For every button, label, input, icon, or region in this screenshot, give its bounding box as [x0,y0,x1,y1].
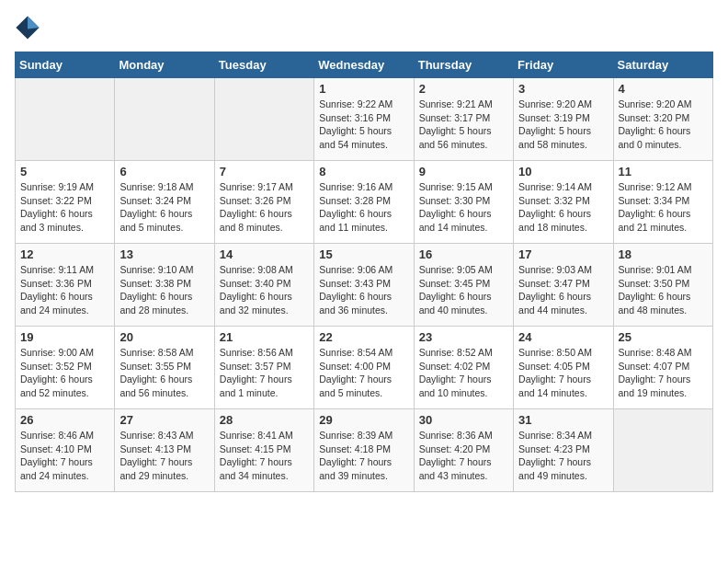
day-number: 23 [419,330,508,344]
day-info: Sunrise: 9:14 AM Sunset: 3:32 PM Dayligh… [518,180,608,235]
day-number: 20 [119,330,209,344]
logo-icon [15,15,40,40]
day-number: 2 [419,82,508,96]
day-cell [214,78,313,161]
day-info: Sunrise: 8:34 AM Sunset: 4:23 PM Dayligh… [518,429,608,483]
day-number: 25 [619,330,708,344]
day-info: Sunrise: 9:06 AM Sunset: 3:43 PM Dayligh… [319,263,408,317]
day-cell: 15Sunrise: 9:06 AM Sunset: 3:43 PM Dayli… [314,244,414,327]
day-number: 28 [220,413,309,427]
day-number: 15 [319,247,408,261]
day-cell: 13Sunrise: 9:10 AM Sunset: 3:38 PM Dayli… [115,244,214,327]
day-cell: 14Sunrise: 9:08 AM Sunset: 3:40 PM Dayli… [214,244,313,327]
day-cell: 22Sunrise: 8:54 AM Sunset: 4:00 PM Dayli… [314,327,414,409]
svg-marker-1 [28,16,40,29]
day-number: 6 [119,165,209,178]
day-cell: 9Sunrise: 9:15 AM Sunset: 3:30 PM Daylig… [414,161,513,244]
day-number: 8 [319,165,408,178]
calendar-table: SundayMondayTuesdayWednesdayThursdayFrid… [15,52,713,492]
day-number: 12 [20,247,109,261]
day-cell: 16Sunrise: 9:05 AM Sunset: 3:45 PM Dayli… [414,244,513,327]
day-cell: 19Sunrise: 9:00 AM Sunset: 3:52 PM Dayli… [16,327,115,409]
page-header [15,15,713,40]
week-row-3: 12Sunrise: 9:11 AM Sunset: 3:36 PM Dayli… [16,244,713,327]
day-info: Sunrise: 9:10 AM Sunset: 3:38 PM Dayligh… [119,263,209,317]
day-info: Sunrise: 8:56 AM Sunset: 3:57 PM Dayligh… [220,346,309,400]
week-row-2: 5Sunrise: 9:19 AM Sunset: 3:22 PM Daylig… [16,161,713,244]
day-number: 7 [220,165,309,178]
day-cell: 4Sunrise: 9:20 AM Sunset: 3:20 PM Daylig… [613,78,712,161]
day-info: Sunrise: 8:50 AM Sunset: 4:05 PM Dayligh… [518,346,608,400]
day-info: Sunrise: 8:36 AM Sunset: 4:20 PM Dayligh… [419,429,508,483]
day-info: Sunrise: 8:58 AM Sunset: 3:55 PM Dayligh… [119,346,209,400]
day-info: Sunrise: 9:20 AM Sunset: 3:20 PM Dayligh… [619,98,708,152]
day-info: Sunrise: 9:03 AM Sunset: 3:47 PM Dayligh… [518,263,608,317]
day-cell: 1Sunrise: 9:22 AM Sunset: 3:16 PM Daylig… [314,78,414,161]
day-cell: 23Sunrise: 8:52 AM Sunset: 4:02 PM Dayli… [414,327,513,409]
day-info: Sunrise: 9:11 AM Sunset: 3:36 PM Dayligh… [20,263,109,317]
day-number: 4 [619,82,708,96]
day-cell: 5Sunrise: 9:19 AM Sunset: 3:22 PM Daylig… [16,161,115,244]
day-cell: 10Sunrise: 9:14 AM Sunset: 3:32 PM Dayli… [514,161,613,244]
day-number: 17 [518,247,608,261]
day-number: 3 [518,82,608,96]
day-number: 19 [20,330,109,344]
col-header-thursday: Thursday [414,52,513,78]
week-row-1: 1Sunrise: 9:22 AM Sunset: 3:16 PM Daylig… [16,78,713,161]
day-cell: 6Sunrise: 9:18 AM Sunset: 3:24 PM Daylig… [115,161,214,244]
week-row-4: 19Sunrise: 9:00 AM Sunset: 3:52 PM Dayli… [16,327,713,409]
day-info: Sunrise: 8:43 AM Sunset: 4:13 PM Dayligh… [119,429,209,483]
day-number: 18 [619,247,708,261]
day-cell: 20Sunrise: 8:58 AM Sunset: 3:55 PM Dayli… [115,327,214,409]
day-cell [16,78,115,161]
day-number: 26 [20,413,109,427]
day-info: Sunrise: 9:00 AM Sunset: 3:52 PM Dayligh… [20,346,109,400]
day-number: 5 [20,165,109,178]
col-header-wednesday: Wednesday [314,52,414,78]
day-cell: 27Sunrise: 8:43 AM Sunset: 4:13 PM Dayli… [115,409,214,492]
col-header-sunday: Sunday [16,52,115,78]
day-info: Sunrise: 9:18 AM Sunset: 3:24 PM Dayligh… [119,180,209,235]
day-info: Sunrise: 9:15 AM Sunset: 3:30 PM Dayligh… [419,180,508,235]
day-info: Sunrise: 9:19 AM Sunset: 3:22 PM Dayligh… [20,180,109,235]
day-info: Sunrise: 8:54 AM Sunset: 4:00 PM Dayligh… [319,346,408,400]
day-cell: 25Sunrise: 8:48 AM Sunset: 4:07 PM Dayli… [613,327,712,409]
day-number: 27 [119,413,209,427]
day-info: Sunrise: 8:39 AM Sunset: 4:18 PM Dayligh… [319,429,408,483]
day-number: 13 [119,247,209,261]
day-number: 29 [319,413,408,427]
col-header-saturday: Saturday [613,52,712,78]
day-cell: 26Sunrise: 8:46 AM Sunset: 4:10 PM Dayli… [16,409,115,492]
day-cell: 7Sunrise: 9:17 AM Sunset: 3:26 PM Daylig… [214,161,313,244]
day-info: Sunrise: 9:05 AM Sunset: 3:45 PM Dayligh… [419,263,508,317]
day-info: Sunrise: 9:16 AM Sunset: 3:28 PM Dayligh… [319,180,408,235]
day-cell [613,409,712,492]
day-number: 14 [220,247,309,261]
day-cell: 24Sunrise: 8:50 AM Sunset: 4:05 PM Dayli… [514,327,613,409]
col-header-monday: Monday [115,52,214,78]
day-info: Sunrise: 8:46 AM Sunset: 4:10 PM Dayligh… [20,429,109,483]
day-cell: 11Sunrise: 9:12 AM Sunset: 3:34 PM Dayli… [613,161,712,244]
day-number: 31 [518,413,608,427]
day-number: 21 [220,330,309,344]
day-info: Sunrise: 9:12 AM Sunset: 3:34 PM Dayligh… [619,180,708,235]
header-row: SundayMondayTuesdayWednesdayThursdayFrid… [16,52,713,78]
day-cell: 12Sunrise: 9:11 AM Sunset: 3:36 PM Dayli… [16,244,115,327]
day-info: Sunrise: 8:52 AM Sunset: 4:02 PM Dayligh… [419,346,508,400]
day-cell [115,78,214,161]
day-cell: 21Sunrise: 8:56 AM Sunset: 3:57 PM Dayli… [214,327,313,409]
day-number: 10 [518,165,608,178]
day-number: 9 [419,165,508,178]
day-cell: 29Sunrise: 8:39 AM Sunset: 4:18 PM Dayli… [314,409,414,492]
day-cell: 8Sunrise: 9:16 AM Sunset: 3:28 PM Daylig… [314,161,414,244]
day-info: Sunrise: 8:48 AM Sunset: 4:07 PM Dayligh… [619,346,708,400]
day-cell: 30Sunrise: 8:36 AM Sunset: 4:20 PM Dayli… [414,409,513,492]
day-number: 30 [419,413,508,427]
col-header-friday: Friday [514,52,613,78]
day-cell: 31Sunrise: 8:34 AM Sunset: 4:23 PM Dayli… [514,409,613,492]
day-info: Sunrise: 9:01 AM Sunset: 3:50 PM Dayligh… [619,263,708,317]
week-row-5: 26Sunrise: 8:46 AM Sunset: 4:10 PM Dayli… [16,409,713,492]
day-info: Sunrise: 8:41 AM Sunset: 4:15 PM Dayligh… [220,429,309,483]
day-number: 1 [319,82,408,96]
day-cell: 17Sunrise: 9:03 AM Sunset: 3:47 PM Dayli… [514,244,613,327]
